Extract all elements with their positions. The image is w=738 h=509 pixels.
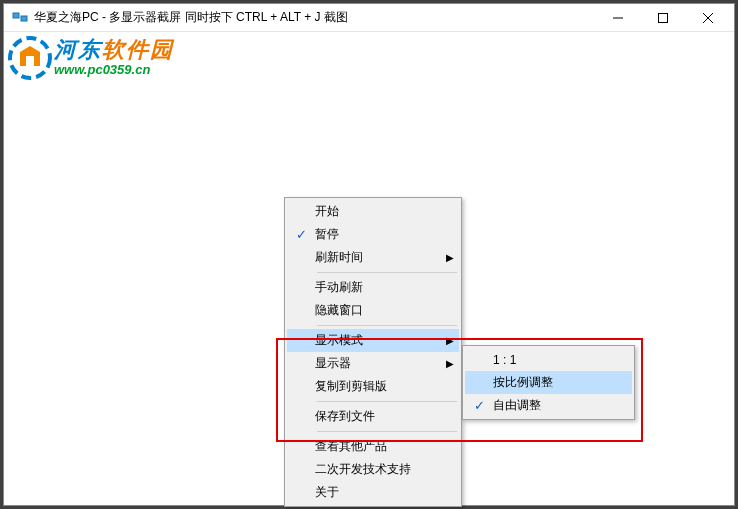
window-title: 华夏之海PC - 多显示器截屏 同时按下 CTRL + ALT + J 截图 (34, 9, 595, 26)
menu-item-pause[interactable]: ✓暂停 (287, 223, 459, 246)
watermark-url: www.pc0359.cn (54, 62, 174, 78)
svg-rect-0 (13, 13, 19, 18)
watermark: 河东软件园 www.pc0359.cn (8, 36, 174, 80)
menu-item-hide-window[interactable]: 隐藏窗口 (287, 299, 459, 322)
app-icon (12, 10, 28, 26)
titlebar[interactable]: 华夏之海PC - 多显示器截屏 同时按下 CTRL + ALT + J 截图 (4, 4, 734, 32)
menu-item-dev-support[interactable]: 二次开发技术支持 (287, 458, 459, 481)
svg-rect-1 (21, 16, 27, 21)
svg-rect-7 (26, 56, 34, 66)
menu-item-refresh-time[interactable]: 刷新时间▶ (287, 246, 459, 269)
menu-item-about[interactable]: 关于 (287, 481, 459, 504)
client-area[interactable]: 河东软件园 www.pc0359.cn 开始 ✓暂停 刷新时间▶ 手动刷新 隐藏… (4, 32, 734, 501)
maximize-button[interactable] (640, 4, 685, 32)
logo-icon (8, 36, 52, 80)
app-window: 华夏之海PC - 多显示器截屏 同时按下 CTRL + ALT + J 截图 河… (4, 4, 734, 501)
svg-rect-3 (658, 13, 667, 22)
menu-item-start[interactable]: 开始 (287, 200, 459, 223)
menu-separator (317, 325, 457, 326)
minimize-button[interactable] (595, 4, 640, 32)
annotation-box (276, 338, 643, 442)
watermark-text: 河东软件园 (54, 38, 174, 62)
menu-item-manual-refresh[interactable]: 手动刷新 (287, 276, 459, 299)
menu-separator (317, 272, 457, 273)
close-button[interactable] (685, 4, 730, 32)
